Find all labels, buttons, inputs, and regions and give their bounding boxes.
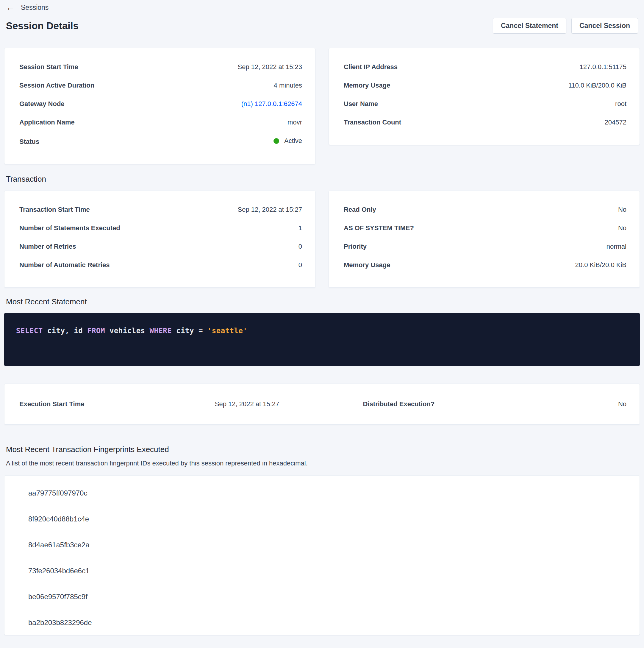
statements-executed-value: 1 [298,224,302,232]
detail-row: Priority normal [344,242,627,251]
statement-section-heading: Most Recent Statement [6,296,638,307]
detail-row: Memory Usage 110.0 KiB/200.0 KiB [344,81,627,90]
fingerprint-item: 73fe26034bd6e6c1 [28,566,625,575]
statement-execution-card: Execution Start Time Sep 12, 2022 at 15:… [4,384,640,425]
application-name-value: movr [288,118,302,127]
priority-value: normal [606,242,627,251]
detail-label: Session Start Time [19,62,87,71]
sql-token-keyword: FROM [87,327,105,335]
back-link-label: Sessions [21,3,49,12]
detail-label: Status [19,137,48,146]
detail-label: Priority [344,242,375,251]
transaction-start-time-value: Sep 12, 2022 at 15:27 [237,205,302,214]
sql-token-keyword: WHERE [150,327,172,335]
detail-row: Memory Usage 20.0 KiB/20.0 KiB [344,261,627,270]
detail-label: Memory Usage [344,261,399,270]
execution-start-time-value: Sep 12, 2022 at 15:27 [171,400,323,409]
page-title: Session Details [6,20,78,32]
fingerprint-item: 8f920c40d88b1c4e [28,515,625,524]
memory-usage-value: 110.0 KiB/200.0 KiB [569,81,627,90]
sql-token-string: 'seattle' [208,327,248,335]
detail-row: Number of Retries 0 [19,242,302,251]
detail-row: User Name root [344,100,627,108]
detail-label: Application Name [19,118,83,127]
back-to-sessions-link[interactable]: ← Sessions [4,2,50,12]
fingerprints-section-heading: Most Recent Transaction Fingerprints Exe… [6,444,638,454]
cancel-statement-button[interactable]: Cancel Statement [493,18,566,34]
detail-row: Session Start Time Sep 12, 2022 at 15:23 [19,62,302,71]
session-overview-section: Session Start Time Sep 12, 2022 at 15:23… [4,48,640,164]
detail-label: Read Only [344,205,385,214]
detail-label: Transaction Count [344,118,410,127]
fingerprint-item: be06e9570f785c9f [28,592,625,601]
transaction-count-value: 204572 [605,118,627,127]
detail-label: Memory Usage [344,81,399,90]
session-overview-card-left: Session Start Time Sep 12, 2022 at 15:23… [4,48,315,164]
as-of-system-time-value: No [618,224,627,232]
fingerprint-item: ba2b203b823296de [28,618,625,627]
transaction-memory-usage-value: 20.0 KiB/20.0 KiB [575,261,627,270]
detail-row: AS OF SYSTEM TIME? No [344,224,627,232]
detail-label: Session Active Duration [19,81,103,90]
status-text: Active [284,137,302,145]
session-details-page: ← Sessions Session Details Cancel Statem… [0,0,644,635]
detail-row: Status Active [19,137,302,146]
user-name-value: root [615,100,627,108]
status-badge: Active [274,137,302,145]
fingerprint-item: aa79775ff097970c [28,489,625,498]
sql-token-plain: vehicles [105,327,150,335]
session-start-time-value: Sep 12, 2022 at 15:23 [237,62,302,71]
detail-row: Number of Statements Executed 1 [19,224,302,232]
detail-row: Transaction Start Time Sep 12, 2022 at 1… [19,205,302,214]
execution-start-time-label: Execution Start Time [19,400,171,409]
gateway-node-link[interactable]: (n1) 127.0.0.1:62674 [241,100,302,108]
detail-label: User Name [344,100,387,108]
cancel-session-button[interactable]: Cancel Session [571,18,638,34]
distributed-execution-value: No [475,400,627,409]
transaction-card-right: Read Only No AS OF SYSTEM TIME? No Prior… [329,191,640,288]
detail-row: Read Only No [344,205,627,214]
detail-row: Transaction Count 204572 [344,118,627,127]
sql-token-plain: city = [172,327,208,335]
detail-row: Session Active Duration 4 minutes [19,81,302,90]
detail-row: Application Name movr [19,118,302,127]
sql-statement: SELECT city, id FROM vehicles WHERE city… [16,326,628,335]
detail-label: Number of Statements Executed [19,224,129,232]
sql-statement-box: SELECT city, id FROM vehicles WHERE city… [4,313,640,366]
transaction-section-heading: Transaction [6,174,638,184]
detail-label: Number of Retries [19,242,85,251]
detail-label: Client IP Address [344,62,407,71]
transaction-card-left: Transaction Start Time Sep 12, 2022 at 1… [4,191,315,288]
detail-label: Number of Automatic Retries [19,261,119,270]
sql-token-plain: city, id [43,327,87,335]
arrow-left-icon: ← [6,3,15,12]
fingerprint-item: 8d4ae61a5fb3ce2a [28,540,625,549]
client-ip-value: 127.0.0.1:51175 [580,62,627,71]
header-actions: Cancel Statement Cancel Session [493,18,638,34]
fingerprint-list: aa79775ff097970c8f920c40d88b1c4e8d4ae61a… [4,475,640,635]
detail-row: Gateway Node (n1) 127.0.0.1:62674 [19,100,302,108]
detail-label: Gateway Node [19,100,73,108]
transaction-section: Transaction Start Time Sep 12, 2022 at 1… [4,191,640,288]
detail-row: Client IP Address 127.0.0.1:51175 [344,62,627,71]
automatic-retries-value: 0 [298,261,302,270]
detail-label: AS OF SYSTEM TIME? [344,224,423,232]
retries-value: 0 [298,242,302,251]
distributed-execution-label: Distributed Execution? [323,400,475,409]
fingerprints-description: A list of the most recent transaction fi… [6,459,638,468]
active-status-dot-icon [274,138,279,144]
detail-row: Number of Automatic Retries 0 [19,261,302,270]
session-active-duration-value: 4 minutes [274,81,302,90]
session-overview-card-right: Client IP Address 127.0.0.1:51175 Memory… [329,48,640,145]
detail-label: Transaction Start Time [19,205,99,214]
sql-token-keyword: SELECT [16,327,43,335]
read-only-value: No [618,205,627,214]
page-header: Session Details Cancel Statement Cancel … [4,18,640,34]
